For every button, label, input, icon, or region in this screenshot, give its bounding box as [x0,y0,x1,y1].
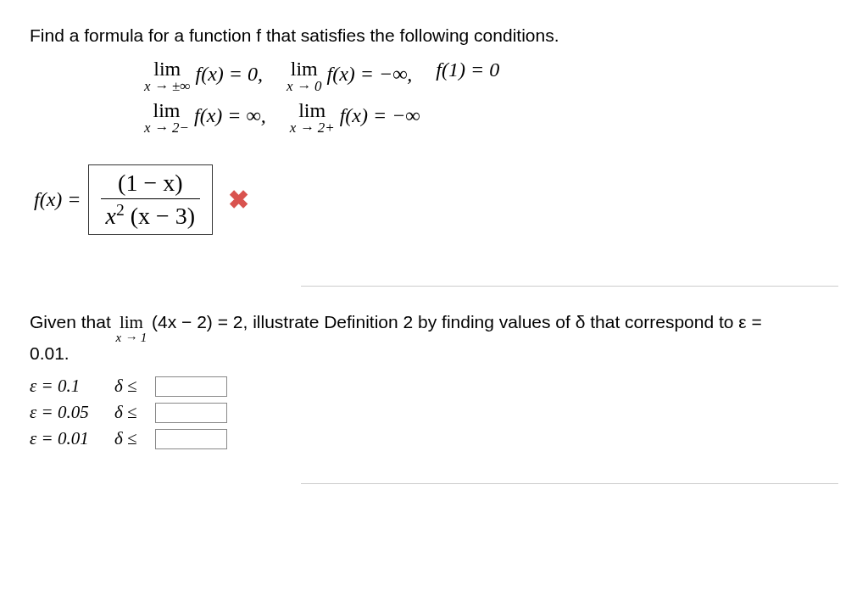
delta-label: δ ≤ [114,376,155,397]
answer-label: f(x) = [34,188,81,211]
condition: f(1) = 0 [436,58,499,81]
epsilon-row: ε = 0.01 δ ≤ [30,428,838,449]
lim-expression: (4x − 2) = 2, [152,312,248,331]
epsilon-row: ε = 0.05 δ ≤ [30,402,838,423]
q2-prompt: Given that lim x → 1 (4x − 2) = 2, illus… [30,308,838,338]
lim-word: lim [116,314,147,331]
lim-rhs: f(x) = 0, [196,63,264,85]
section-divider [301,286,838,287]
q2-prompt-tail: 0.01. [30,339,838,368]
delta-label: δ ≤ [114,428,155,449]
answer-input-box[interactable]: (1 − x) x2 (x − 3) [88,164,214,235]
lim-sub: x → 0 [287,79,322,93]
q1-prompt: Find a formula for a function f that sat… [30,25,838,46]
lim-word: lim [287,58,322,79]
epsilon-row: ε = 0.1 δ ≤ [30,376,838,397]
lim-rhs: f(x) = −∞ [340,104,420,126]
lim-sub: x → ±∞ [144,79,191,93]
epsilon-label: ε = 0.05 [30,402,114,423]
section-divider [301,483,838,484]
lim-word: lim [144,100,189,120]
delta-label: δ ≤ [114,402,155,423]
fraction-numerator: (1 − x) [101,170,201,199]
lim-rhs: f(x) = −∞, [327,63,413,85]
fraction-denominator: x2 (x − 3) [101,199,201,230]
epsilon-label: ε = 0.01 [30,428,114,449]
q1-conditions: lim x → ±∞ f(x) = 0, lim x → 0 f(x) = −∞… [144,58,838,135]
delta-input-1[interactable] [155,376,227,397]
delta-input-3[interactable] [155,429,227,449]
lim-word: lim [144,58,191,79]
lim-word: lim [290,100,335,120]
lim-sub: x → 1 [116,331,147,344]
epsilon-label: ε = 0.1 [30,376,114,397]
lim-sub: x → 2− [144,120,189,135]
lim-rhs: f(x) = ∞, [194,104,266,126]
lim-sub: x → 2+ [290,120,335,135]
delta-input-2[interactable] [155,403,227,423]
incorrect-icon: ✖ [228,185,249,214]
